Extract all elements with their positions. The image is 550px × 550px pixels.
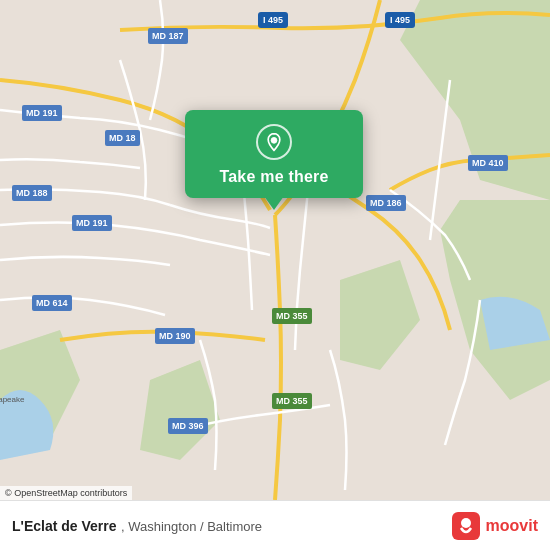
road-badge-md355a: MD 355 xyxy=(272,308,312,324)
location-name: L'Eclat de Verre xyxy=(12,518,117,534)
road-badge-md396: MD 396 xyxy=(168,418,208,434)
road-badge-md355b: MD 355 xyxy=(272,393,312,409)
road-badge-md410: MD 410 xyxy=(468,155,508,171)
moovit-text: moovit xyxy=(486,517,538,535)
road-badge-md187: MD 187 xyxy=(148,28,188,44)
road-badge-chesapeake: Chesapeake xyxy=(0,393,24,407)
map-view: MD 187 I 495 I 495 MD 191 MD 18 MD 188 M… xyxy=(0,0,550,500)
road-badge-md188: MD 188 xyxy=(12,185,52,201)
road-badge-md614: MD 614 xyxy=(32,295,72,311)
road-badge-md190: MD 190 xyxy=(155,328,195,344)
svg-point-5 xyxy=(271,137,277,143)
moovit-logo: moovit xyxy=(452,512,538,540)
bottom-bar: L'Eclat de Verre , Washington / Baltimor… xyxy=(0,500,550,550)
svg-point-7 xyxy=(461,518,471,528)
svg-marker-3 xyxy=(340,260,420,370)
road-badge-md191b: MD 191 xyxy=(72,215,112,231)
location-region: , Washington / Baltimore xyxy=(121,519,262,534)
road-badge-i495-2: I 495 xyxy=(385,12,415,28)
road-badge-md18x: MD 18 xyxy=(105,130,140,146)
popup-card: Take me there xyxy=(185,110,363,198)
road-badge-md186: MD 186 xyxy=(366,195,406,211)
road-badge-i495-1: I 495 xyxy=(258,12,288,28)
osm-attribution: © OpenStreetMap contributors xyxy=(0,486,132,500)
location-info: L'Eclat de Verre , Washington / Baltimor… xyxy=(12,517,262,535)
location-pin-icon xyxy=(256,124,292,160)
take-me-there-button[interactable]: Take me there xyxy=(219,168,328,186)
svg-marker-4 xyxy=(140,360,220,460)
moovit-logo-icon xyxy=(452,512,480,540)
road-badge-md191: MD 191 xyxy=(22,105,62,121)
